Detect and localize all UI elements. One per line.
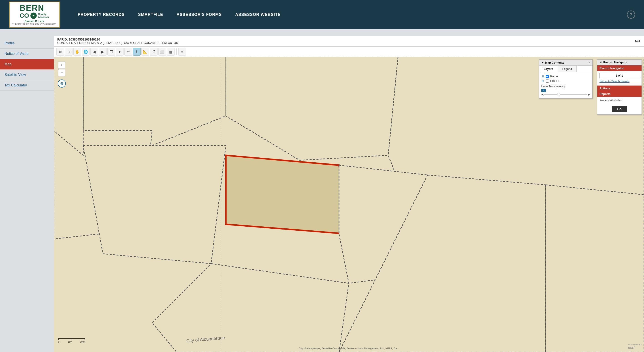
return-to-search-link[interactable]: Return to Search Results: [600, 80, 639, 83]
toolbar-separator: [176, 49, 176, 55]
svg-marker-5: [83, 146, 226, 264]
layers-tool[interactable]: ≡: [178, 48, 186, 56]
export-tool[interactable]: ⬜: [158, 48, 166, 56]
sidebar-item-satellite-view[interactable]: Satellite View: [0, 70, 54, 80]
globe-tool[interactable]: 🌐: [82, 48, 90, 56]
panel-tabs: Layers Legend: [539, 66, 592, 72]
help-icon[interactable]: ?: [627, 11, 635, 19]
parcel-label: Parcel: [550, 75, 558, 78]
map-contents-arrow: ▼: [541, 61, 544, 64]
sidebar-item-map[interactable]: Map: [0, 59, 54, 70]
content-area: PARID: 103804553103140130 GONZALES ALFON…: [54, 36, 644, 352]
slider-thumb[interactable]: [557, 93, 560, 96]
logo-circle-icon: ★: [30, 13, 37, 19]
transparency-slider[interactable]: [544, 94, 587, 95]
main-nav: PROPERTY RECORDS SMARTFILE ASSESSOR'S FO…: [78, 12, 280, 17]
parid-na: N/A: [635, 40, 640, 43]
map-contents-close[interactable]: ×: [588, 61, 590, 64]
layer-pid-tid: ⊞ PID TID: [541, 79, 590, 83]
map-zoom-out[interactable]: −: [58, 69, 65, 76]
svg-marker-6: [226, 155, 349, 234]
slider-left-arrow[interactable]: ◀: [541, 93, 543, 96]
nav-assessors-forms[interactable]: ASSESSOR'S FORMS: [176, 12, 222, 17]
layer-parcel: ⊞ Parcel: [541, 75, 590, 78]
measure-tool[interactable]: 📐: [142, 48, 149, 56]
zoom-controls: + −: [58, 62, 65, 76]
next-extent-tool[interactable]: ▶: [99, 48, 106, 56]
logo-co: CO: [20, 12, 29, 19]
pid-tid-label: PID TID: [550, 79, 560, 83]
tab-layers[interactable]: Layers: [539, 66, 558, 72]
map-contents-title: Map Contents: [545, 61, 564, 64]
sub-header: [0, 29, 644, 36]
transparency-slider-row: ◀ ▶: [541, 93, 590, 96]
pan-tool[interactable]: ✋: [74, 48, 81, 56]
logo-name: Damian R. Lara: [24, 20, 44, 23]
parid-bar: PARID: 103804553103140130 GONZALES ALFON…: [54, 36, 644, 47]
sidebar-item-notice-of-value[interactable]: Notice of Value: [0, 49, 54, 59]
help-area: ?: [627, 11, 635, 19]
sidebar: Profile Notice of Value Map Satellite Vi…: [0, 36, 54, 352]
pid-tid-checkbox[interactable]: [546, 80, 549, 83]
reports-section-label: Reports: [597, 91, 642, 97]
go-button[interactable]: Go: [612, 106, 627, 112]
logo-title: THE OFFICE OF THE COUNTY ASSESSOR: [12, 23, 56, 25]
esri-logo: POWERED BY esri: [628, 343, 642, 350]
logo: BERN CO ★ CountyAssessor Damian R. Lara …: [9, 2, 60, 28]
property-attributes-link[interactable]: Property Attributes: [600, 99, 622, 102]
toolbar: ⊕ ⊖ ✋ 🌐 ◀ ▶ 🗖 ➤ ✏ ℹ 📐 🖨 ⬜ ▦ ≡: [54, 47, 644, 57]
tab-legend[interactable]: Legend: [558, 66, 577, 72]
zoom-out-tool[interactable]: ⊖: [65, 48, 72, 56]
compass-icon[interactable]: ⊕: [58, 80, 66, 88]
print-tool[interactable]: 🖨: [150, 48, 158, 56]
map-attribution: City of Albuquerque, Bernalillo County, …: [299, 347, 399, 350]
record-navigator-panel: ▼ Record Navigator Record Navigator Retu…: [597, 59, 642, 115]
map-container: City of Albuquerque + − ⊕ 0 150 30: [54, 57, 644, 352]
parid-id: PARID: 103804553103140130: [57, 38, 178, 41]
sidebar-item-profile[interactable]: Profile: [0, 38, 54, 49]
pid-tid-expand-icon[interactable]: ⊞: [541, 80, 544, 83]
draw-tool[interactable]: ✏: [124, 48, 132, 56]
record-nav-input[interactable]: [600, 73, 639, 78]
scale-300ft: 300ft: [80, 340, 85, 343]
scale-bar: 0 150 300ft: [58, 338, 85, 343]
parid-owner: GONZALES ALFONSO & MARY A (ESTATES OF), …: [57, 41, 178, 45]
logo-bern: BERN: [20, 4, 49, 12]
record-navigator-section-label: Record Navigator: [597, 65, 642, 71]
slider-right-arrow[interactable]: ▶: [588, 93, 590, 96]
overview-tool[interactable]: ▦: [167, 48, 174, 56]
nav-assessor-website[interactable]: ASSESSOR WEBSITE: [235, 12, 280, 17]
nav-smartfile[interactable]: SMARTFILE: [138, 12, 163, 17]
transparency-label: Layer Transparency:: [541, 85, 590, 88]
map-zoom-in[interactable]: +: [58, 62, 65, 69]
scale-150: 150: [68, 340, 72, 343]
actions-section-label: Actions: [597, 86, 642, 91]
transparency-section: Layer Transparency: 8 ◀ ▶: [541, 85, 590, 96]
record-navigator-title: Record Navigator: [603, 61, 628, 64]
prev-extent-tool[interactable]: ◀: [90, 48, 98, 56]
map-canvas: City of Albuquerque: [54, 57, 644, 352]
bookmark-tool[interactable]: 🗖: [108, 48, 115, 56]
header: BERN CO ★ CountyAssessor Damian R. Lara …: [0, 0, 644, 29]
record-nav-arrow: ▼: [600, 61, 602, 64]
svg-marker-10: [546, 185, 644, 352]
record-navigator-header: ▼ Record Navigator: [597, 60, 642, 65]
scale-0: 0: [58, 340, 60, 343]
panel-body: ⊞ Parcel ⊞ PID TID Layer Transparency: 8…: [539, 72, 592, 98]
map-contents-panel: ▼ Map Contents × Layers Legend ⊞ Parcel: [539, 59, 592, 99]
sidebar-item-tax-calculator[interactable]: Tax Calculator: [0, 80, 54, 91]
record-nav-body: Return to Search Results: [597, 71, 642, 86]
main-layout: Profile Notice of Value Map Satellite Vi…: [0, 36, 644, 352]
parcel-expand-icon[interactable]: ⊞: [541, 75, 544, 78]
nav-property-records[interactable]: PROPERTY RECORDS: [78, 12, 125, 17]
map-contents-header: ▼ Map Contents ×: [539, 60, 592, 66]
zoom-in-tool[interactable]: ⊕: [56, 48, 64, 56]
select-tool[interactable]: ➤: [116, 48, 124, 56]
logo-county-assessor: CountyAssessor: [38, 13, 49, 19]
info-tool[interactable]: ℹ: [133, 48, 140, 56]
transparency-value: 8: [541, 89, 546, 92]
parcel-checkbox[interactable]: [546, 75, 549, 78]
parid-info: PARID: 103804553103140130 GONZALES ALFON…: [57, 38, 178, 45]
